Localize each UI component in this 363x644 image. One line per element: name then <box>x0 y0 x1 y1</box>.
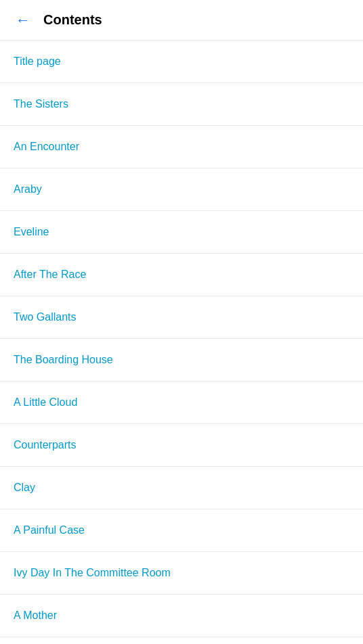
list-item-label: An Encounter <box>14 141 79 153</box>
list-item-label: Ivy Day In The Committee Room <box>14 567 171 579</box>
back-arrow-icon: ← <box>16 13 30 28</box>
list-item-label: Counterparts <box>14 439 77 451</box>
list-item-label: A Little Cloud <box>14 396 77 409</box>
list-item[interactable]: An Encounter <box>0 126 363 168</box>
page-header: ← Contents <box>0 0 363 41</box>
list-item-label: Two Gallants <box>14 311 76 323</box>
list-item[interactable]: Grace <box>0 637 363 644</box>
list-item-label: Clay <box>14 482 35 494</box>
list-item-label: Title page <box>14 55 61 68</box>
list-item[interactable]: Eveline <box>0 211 363 254</box>
list-item[interactable]: A Painful Case <box>0 509 363 552</box>
list-item-label: After The Race <box>14 269 86 281</box>
list-item-label: A Painful Case <box>14 524 85 536</box>
list-item[interactable]: Title page <box>0 41 363 83</box>
list-item-label: A Mother <box>14 610 57 622</box>
list-item[interactable]: Ivy Day In The Committee Room <box>0 552 363 595</box>
list-item-label: Araby <box>14 183 42 196</box>
list-item[interactable]: Clay <box>0 467 363 509</box>
list-item[interactable]: The Sisters <box>0 83 363 126</box>
contents-list: Title pageThe SistersAn EncounterArabyEv… <box>0 41 363 644</box>
list-item-label: The Boarding House <box>14 354 113 366</box>
list-item[interactable]: After The Race <box>0 254 363 296</box>
list-item-label: Eveline <box>14 226 49 238</box>
list-item[interactable]: A Little Cloud <box>0 382 363 424</box>
list-item[interactable]: A Mother <box>0 595 363 637</box>
back-button[interactable]: ← <box>11 8 35 32</box>
list-item[interactable]: Two Gallants <box>0 296 363 339</box>
list-item[interactable]: The Boarding House <box>0 339 363 382</box>
list-item[interactable]: Araby <box>0 168 363 211</box>
list-item[interactable]: Counterparts <box>0 424 363 467</box>
page-title: Contents <box>43 12 102 28</box>
list-item-label: The Sisters <box>14 98 68 110</box>
